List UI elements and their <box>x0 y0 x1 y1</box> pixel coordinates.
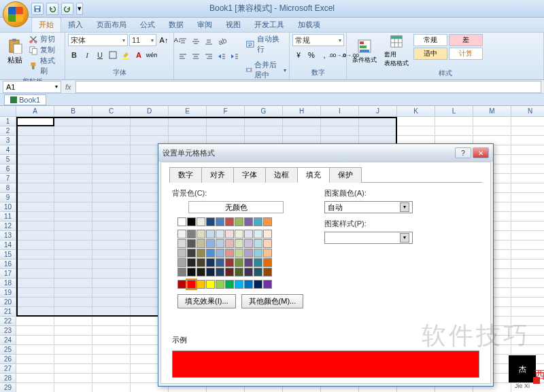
cell[interactable] <box>473 126 511 136</box>
cell[interactable] <box>511 155 544 164</box>
cell[interactable] <box>435 126 473 136</box>
align-center-icon[interactable] <box>190 50 202 63</box>
color-swatch[interactable] <box>235 239 243 248</box>
cell[interactable] <box>511 202 544 212</box>
color-swatch[interactable] <box>197 217 205 226</box>
cell[interactable] <box>511 326 544 336</box>
row-header[interactable]: 11 <box>0 212 16 221</box>
row-header[interactable]: 20 <box>0 298 16 307</box>
dialog-tab[interactable]: 对齐 <box>201 167 234 183</box>
color-swatch[interactable] <box>216 280 224 289</box>
cell[interactable] <box>16 326 54 336</box>
cell[interactable] <box>54 374 92 383</box>
row-header[interactable]: 26 <box>0 355 16 364</box>
dialog-tab[interactable]: 边框 <box>265 167 298 183</box>
row-header[interactable]: 29 <box>0 383 16 392</box>
color-swatch[interactable] <box>244 258 253 267</box>
cut-button[interactable]: 剪切 <box>29 34 62 44</box>
color-swatch[interactable] <box>206 230 215 238</box>
col-header[interactable]: C <box>92 106 131 117</box>
font-size-combo[interactable]: 11▾ <box>129 34 156 46</box>
color-swatch[interactable] <box>244 230 253 238</box>
cell[interactable] <box>54 383 92 392</box>
grow-font-icon[interactable]: A↑ <box>158 34 170 46</box>
color-swatch[interactable] <box>263 239 272 248</box>
cell[interactable] <box>92 345 131 355</box>
ribbon-tab-7[interactable]: 开发工具 <box>248 18 291 32</box>
col-header[interactable]: D <box>131 106 169 117</box>
name-box[interactable]: A1▾ <box>3 81 61 93</box>
color-swatch[interactable] <box>216 217 224 226</box>
row-header[interactable]: 1 <box>0 117 16 126</box>
color-swatch[interactable] <box>187 268 196 277</box>
color-swatch[interactable] <box>197 268 205 277</box>
ribbon-tab-0[interactable]: 开始 <box>31 17 61 32</box>
row-header[interactable]: 27 <box>0 364 16 374</box>
cell[interactable] <box>511 240 544 250</box>
active-cell[interactable] <box>16 117 54 126</box>
cell[interactable] <box>92 383 131 392</box>
color-swatch[interactable] <box>235 249 243 257</box>
color-swatch[interactable] <box>244 249 253 257</box>
color-swatch[interactable] <box>263 258 272 267</box>
color-swatch[interactable] <box>244 280 253 289</box>
color-swatch[interactable] <box>206 249 215 257</box>
cell[interactable] <box>16 336 54 345</box>
color-swatch[interactable] <box>254 239 262 248</box>
row-header[interactable]: 8 <box>0 183 16 193</box>
workbook-tab[interactable]: Book1 <box>4 94 46 105</box>
cell[interactable] <box>473 117 511 126</box>
col-header[interactable]: L <box>435 106 473 117</box>
qat-undo-icon[interactable] <box>46 3 58 15</box>
color-swatch[interactable] <box>216 258 224 267</box>
dialog-tab[interactable]: 保护 <box>329 167 362 183</box>
col-header[interactable]: J <box>359 106 397 117</box>
color-swatch[interactable] <box>254 280 262 289</box>
color-swatch[interactable] <box>254 258 262 267</box>
ribbon-tab-6[interactable]: 视图 <box>219 18 248 32</box>
color-swatch[interactable] <box>206 217 215 226</box>
col-header[interactable]: F <box>207 106 245 117</box>
row-header[interactable]: 15 <box>0 250 16 260</box>
row-header[interactable]: 9 <box>0 193 16 202</box>
pattern-style-combo[interactable]: ▾ <box>324 232 413 244</box>
color-swatch[interactable] <box>235 258 243 267</box>
cell[interactable] <box>511 288 544 298</box>
wrap-text-button[interactable]: 自动换行 <box>245 34 286 54</box>
color-swatch[interactable] <box>206 258 215 267</box>
row-header[interactable]: 23 <box>0 326 16 336</box>
cell[interactable] <box>511 221 544 231</box>
color-swatch[interactable] <box>254 217 262 226</box>
color-swatch[interactable] <box>225 280 234 289</box>
ribbon-tab-1[interactable]: 插入 <box>61 18 90 32</box>
cell[interactable] <box>16 364 54 374</box>
font-name-combo[interactable]: 宋体▾ <box>68 34 128 46</box>
color-swatch[interactable] <box>197 239 205 248</box>
pattern-color-combo[interactable]: 自动▾ <box>324 201 413 213</box>
color-swatch[interactable] <box>225 249 234 257</box>
ribbon-tab-4[interactable]: 数据 <box>162 18 190 32</box>
align-left-icon[interactable] <box>177 50 189 63</box>
font-color-icon[interactable]: A <box>133 49 145 61</box>
cell[interactable] <box>511 336 544 345</box>
cell[interactable] <box>511 212 544 221</box>
cell[interactable] <box>54 355 92 364</box>
row-header[interactable]: 21 <box>0 307 16 317</box>
row-header[interactable]: 10 <box>0 202 16 212</box>
fill-effects-button[interactable]: 填充效果(I)... <box>177 294 236 308</box>
col-header[interactable]: A <box>16 106 54 117</box>
color-swatch[interactable] <box>187 280 196 289</box>
qat-redo-icon[interactable] <box>61 3 73 15</box>
conditional-format-button[interactable]: 条件格式 <box>350 34 379 68</box>
color-swatch[interactable] <box>177 249 186 257</box>
dialog-close-icon[interactable]: ✕ <box>473 147 489 158</box>
cell[interactable] <box>511 345 544 355</box>
more-colors-button[interactable]: 其他颜色(M)... <box>241 294 304 308</box>
color-swatch[interactable] <box>263 268 272 277</box>
italic-button[interactable]: I <box>81 49 93 61</box>
row-header[interactable]: 19 <box>0 288 16 298</box>
color-swatch[interactable] <box>216 239 224 248</box>
cell[interactable] <box>54 317 92 326</box>
row-header[interactable]: 28 <box>0 374 16 383</box>
color-swatch[interactable] <box>216 230 224 238</box>
